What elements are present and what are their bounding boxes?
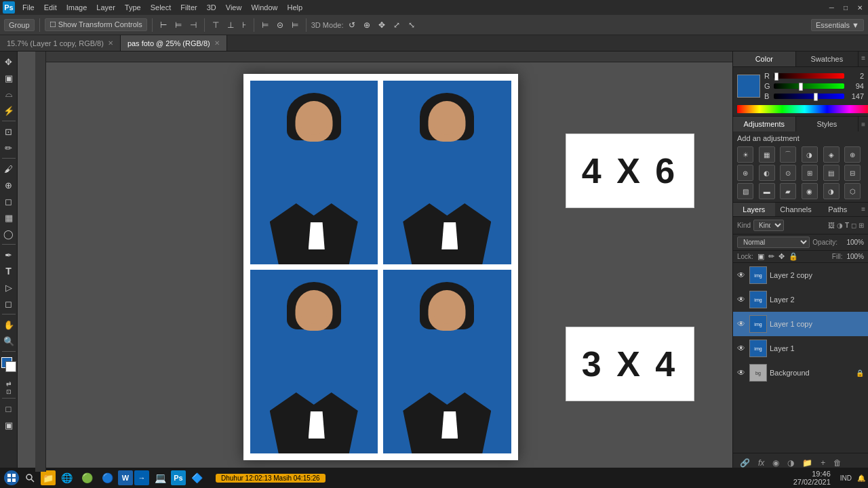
file-explorer-taskbar[interactable]: 📁 <box>41 470 56 485</box>
menu-select[interactable]: Select <box>146 2 176 13</box>
minimize-btn[interactable]: ─ <box>827 3 837 13</box>
tab-close-1[interactable]: ✕ <box>108 39 113 47</box>
new-layer-icon[interactable]: + <box>818 457 828 469</box>
lock-position-icon[interactable]: ✥ <box>778 252 785 261</box>
channels-tab[interactable]: Channels <box>775 203 817 216</box>
g-slider[interactable] <box>774 83 844 89</box>
layer-smart-icon[interactable]: ⊞ <box>859 222 864 229</box>
vs-taskbar[interactable]: 💻 <box>151 468 170 487</box>
distribute-left-icon[interactable]: ⊨ <box>259 19 271 31</box>
align-center-h-icon[interactable]: ⊨ <box>172 19 184 31</box>
lock-transparent-icon[interactable]: ▣ <box>757 252 764 261</box>
delete-layer-icon[interactable]: 🗑 <box>831 457 844 469</box>
clone-tool[interactable]: ⊕ <box>1 178 16 192</box>
invert-adj-icon[interactable]: ⊟ <box>844 165 861 181</box>
menu-3d[interactable]: 3D <box>202 2 221 13</box>
taskbar-icon-blue2[interactable]: → <box>134 470 149 485</box>
layer-type-icon[interactable]: T <box>845 222 849 229</box>
menu-view[interactable]: View <box>221 2 247 13</box>
marquee-tool[interactable]: ▣ <box>1 70 16 85</box>
menu-file[interactable]: File <box>18 2 39 13</box>
add-adjustment-icon[interactable]: ◑ <box>785 457 797 469</box>
menu-edit[interactable]: Edit <box>39 2 62 13</box>
layers-tab[interactable]: Layers <box>733 203 775 216</box>
crop-tool[interactable]: ⊡ <box>1 124 16 139</box>
brush-tool[interactable]: 🖌 <box>1 161 16 176</box>
vibrance-adj-icon[interactable]: ◈ <box>823 146 840 163</box>
start-button[interactable] <box>4 470 19 485</box>
align-right-icon[interactable]: ⊣ <box>187 19 199 31</box>
move-tool[interactable]: ✥ <box>1 54 16 69</box>
lock-pixels-icon[interactable]: ✏ <box>768 252 774 261</box>
align-center-v-icon[interactable]: ⊥ <box>224 19 237 31</box>
shadow-highlight-icon[interactable]: ◑ <box>823 183 840 199</box>
distribute-center-h-icon[interactable]: ⊝ <box>274 19 286 31</box>
screen-mode-icon[interactable]: ▣ <box>1 418 16 432</box>
layer1copy-eye[interactable]: 👁 <box>737 319 747 329</box>
layer2copy-eye[interactable]: 👁 <box>737 270 747 280</box>
g-thumb[interactable] <box>799 83 803 91</box>
eyedropper-tool[interactable]: ✏ <box>1 140 16 155</box>
layer-row-background[interactable]: 👁 bg Background 🔒 <box>733 361 868 385</box>
shape-tool[interactable]: ◻ <box>1 296 16 311</box>
paths-tab[interactable]: Paths <box>816 203 859 216</box>
background-color[interactable] <box>5 361 16 372</box>
add-mask-icon[interactable]: ◉ <box>770 457 782 469</box>
menu-filter[interactable]: Filter <box>176 2 201 13</box>
show-transform-btn[interactable]: ☐ Show Transform Controls <box>45 18 147 31</box>
kind-select[interactable]: Kind <box>753 220 784 231</box>
color-panel-collapse[interactable]: ≡ <box>859 52 868 66</box>
quick-mask-icon[interactable]: □ <box>1 401 16 416</box>
align-top-icon[interactable]: ⊤ <box>210 19 222 31</box>
gradient-map-icon[interactable]: ▰ <box>780 183 796 199</box>
tab-layer1copy[interactable]: 15.7% (Layer 1 copy, RGB/8) ✕ <box>0 35 121 51</box>
notification-icon[interactable]: 🔔 <box>854 474 868 482</box>
maximize-btn[interactable]: □ <box>841 3 850 13</box>
menu-type[interactable]: Type <box>120 2 146 13</box>
layer-adjust-icon[interactable]: ◑ <box>837 222 843 229</box>
3d-scale-icon[interactable]: ⤡ <box>406 19 418 31</box>
layer1-eye[interactable]: 👁 <box>737 344 747 353</box>
time-notification[interactable]: Dhuhur 12:02:13 Masih 04:15:26 <box>216 474 326 483</box>
layer-pixel-icon[interactable]: 🖼 <box>828 222 835 229</box>
distribute-right-icon[interactable]: ⊨ <box>289 19 301 31</box>
magic-wand-tool[interactable]: ⚡ <box>1 103 16 118</box>
hdr-toning-icon[interactable]: ⬡ <box>844 183 861 199</box>
group-select[interactable]: Group <box>4 19 35 31</box>
r-thumb[interactable] <box>774 73 778 81</box>
background-eye[interactable]: 👁 <box>737 368 747 378</box>
3d-slide-icon[interactable]: ⤢ <box>391 19 403 31</box>
styles-tab[interactable]: Styles <box>796 117 859 131</box>
swatches-tab[interactable]: Swatches <box>796 52 859 66</box>
taskbar-icon-blue[interactable]: 🔵 <box>98 468 117 487</box>
lasso-tool[interactable]: ⌓ <box>1 87 16 102</box>
channel-mixer-icon[interactable]: ⊞ <box>802 165 818 181</box>
close-btn[interactable]: ✕ <box>854 3 865 13</box>
menu-help[interactable]: Help <box>283 2 308 13</box>
selective-color-icon[interactable]: ◉ <box>802 183 818 199</box>
layers-panel-collapse[interactable]: ≡ <box>859 203 868 216</box>
align-left-icon[interactable]: ⊢ <box>157 19 170 31</box>
menu-image[interactable]: Image <box>62 2 92 13</box>
menu-layer[interactable]: Layer <box>92 2 120 13</box>
pen-tool[interactable]: ✒ <box>1 247 16 262</box>
tab-pasfoto[interactable]: pas foto @ 25% (RGB/8) ✕ <box>121 35 227 51</box>
b-slider[interactable] <box>774 94 844 99</box>
essentials-dropdown[interactable]: Essentials ▼ <box>811 19 864 31</box>
align-bottom-icon[interactable]: ⊦ <box>239 19 249 31</box>
color-preview-box[interactable] <box>737 75 760 98</box>
hand-tool[interactable]: ✋ <box>1 317 16 332</box>
3d-roll-icon[interactable]: ⊕ <box>361 19 373 31</box>
layer-row-layer2[interactable]: 👁 img Layer 2 <box>733 287 868 312</box>
adjustments-tab[interactable]: Adjustments <box>733 117 796 131</box>
r-slider[interactable] <box>774 73 844 79</box>
default-colors-icon[interactable]: ⊡ <box>6 388 12 395</box>
color-lookup-icon[interactable]: ▤ <box>823 165 840 181</box>
threshold-adj-icon[interactable]: ▬ <box>759 183 775 199</box>
eraser-tool[interactable]: ◻ <box>1 194 16 209</box>
3d-rotate-icon[interactable]: ↺ <box>346 19 358 31</box>
curves-adj-icon[interactable]: ⌒ <box>780 146 796 163</box>
tab-close-2[interactable]: ✕ <box>214 39 220 47</box>
lock-all-icon[interactable]: 🔒 <box>789 252 798 261</box>
adj-panel-collapse[interactable]: ≡ <box>859 118 868 131</box>
